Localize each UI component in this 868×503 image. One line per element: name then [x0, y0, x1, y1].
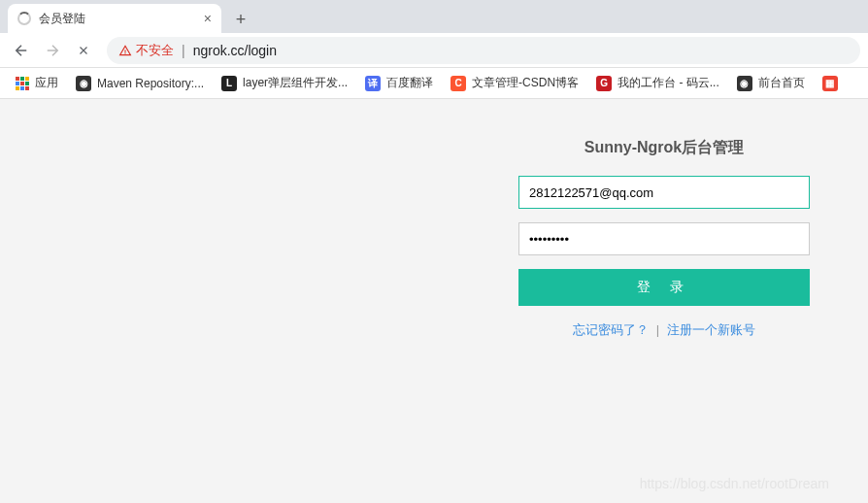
browser-tab-bar: 会员登陆 × +: [0, 0, 868, 33]
apps-icon: [16, 77, 29, 90]
stop-button[interactable]: [70, 37, 97, 64]
warning-icon: [118, 44, 132, 57]
link-separator: |: [656, 322, 659, 337]
globe-icon: ◉: [76, 76, 91, 91]
register-link[interactable]: 注册一个新账号: [667, 322, 755, 337]
password-input[interactable]: [518, 222, 810, 255]
address-bar: 不安全 | ngrok.cc/login: [0, 33, 868, 68]
loading-spinner-icon: [17, 12, 31, 25]
site-icon: G: [596, 76, 612, 91]
bookmark-gitee[interactable]: G 我的工作台 - 码云...: [588, 71, 727, 95]
page-content: Sunny-Ngrok后台管理 登 录 忘记密码了？ | 注册一个新账号: [0, 99, 868, 503]
site-icon: C: [451, 76, 466, 91]
email-input[interactable]: [518, 176, 810, 209]
close-icon[interactable]: ×: [204, 11, 212, 26]
apps-button[interactable]: 应用: [8, 71, 66, 95]
forward-button[interactable]: [39, 37, 66, 64]
new-tab-button[interactable]: +: [227, 6, 254, 33]
login-button[interactable]: 登 录: [518, 269, 810, 306]
bookmark-baidu[interactable]: 译 百度翻译: [357, 71, 441, 95]
back-button[interactable]: [8, 37, 35, 64]
login-form: Sunny-Ngrok后台管理 登 录 忘记密码了？ | 注册一个新账号: [518, 138, 810, 503]
bookmark-csdn[interactable]: C 文章管理-CSDN博客: [443, 71, 586, 95]
login-links: 忘记密码了？ | 注册一个新账号: [518, 321, 810, 339]
forgot-password-link[interactable]: 忘记密码了？: [573, 322, 649, 337]
site-icon: 译: [365, 76, 381, 91]
browser-tab[interactable]: 会员登陆 ×: [8, 4, 221, 33]
login-title: Sunny-Ngrok后台管理: [518, 138, 810, 158]
bookmark-maven[interactable]: ◉ Maven Repository:...: [68, 72, 212, 95]
url-text: ngrok.cc/login: [193, 43, 277, 58]
address-input[interactable]: 不安全 | ngrok.cc/login: [107, 37, 860, 64]
bookmark-home[interactable]: ◉ 前台首页: [729, 71, 813, 95]
address-separator: |: [182, 43, 185, 58]
tab-title: 会员登陆: [39, 11, 85, 27]
bookmarks-bar: 应用 ◉ Maven Repository:... L layer弹层组件开发.…: [0, 68, 868, 99]
bookmark-layer[interactable]: L layer弹层组件开发...: [214, 71, 355, 95]
site-icon: ▦: [822, 76, 838, 91]
site-icon: L: [221, 76, 237, 91]
bookmark-more[interactable]: ▦: [815, 72, 846, 95]
globe-icon: ◉: [737, 76, 752, 91]
insecure-warning: 不安全: [118, 42, 174, 59]
